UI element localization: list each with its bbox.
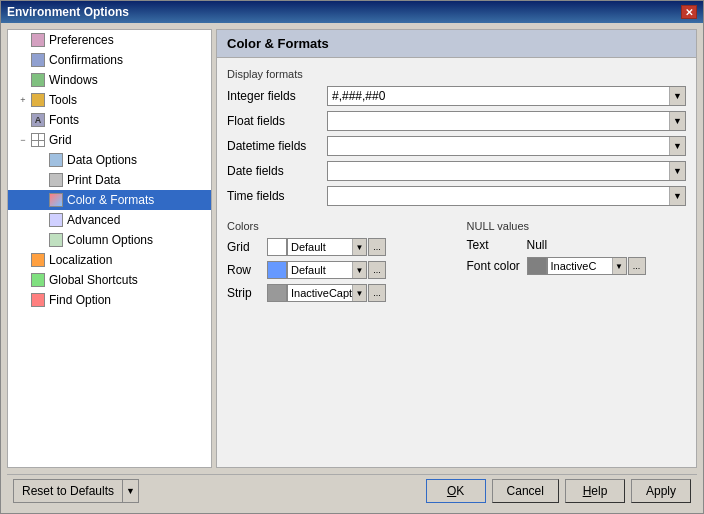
title-bar: Environment Options ✕ [1, 1, 703, 23]
integer-fields-select[interactable]: #,###,##0 ▼ [327, 86, 686, 106]
time-fields-select[interactable]: ▼ [327, 186, 686, 206]
sidebar-item-windows[interactable]: Windows [8, 70, 211, 90]
integer-fields-row: Integer fields #,###,##0 ▼ [227, 86, 686, 106]
close-button[interactable]: ✕ [681, 5, 697, 19]
null-font-value: InactiveC [548, 260, 612, 272]
strip-color-swatch [267, 284, 287, 302]
null-font-browse[interactable]: ... [628, 257, 646, 275]
data-options-icon [48, 152, 64, 168]
row-color-row: Row Default ▼ ... [227, 261, 447, 279]
float-fields-label: Float fields [227, 114, 327, 128]
reset-arrow[interactable]: ▼ [123, 479, 139, 503]
null-font-arrow[interactable]: ▼ [612, 258, 626, 274]
sidebar-item-grid[interactable]: − Grid [8, 130, 211, 150]
strip-color-browse[interactable]: ... [368, 284, 386, 302]
colors-label: Colors [227, 220, 447, 232]
date-fields-label: Date fields [227, 164, 327, 178]
sidebar-item-preferences[interactable]: Preferences [8, 30, 211, 50]
sidebar-item-color-formats[interactable]: Color & Formats [8, 190, 211, 210]
reset-button[interactable]: Reset to Defaults [13, 479, 123, 503]
environment-options-window: Environment Options ✕ Preferences [0, 0, 704, 514]
help-button[interactable]: Help [565, 479, 625, 503]
grid-color-swatch [267, 238, 287, 256]
row-color-value: Default [288, 264, 352, 276]
windows-icon [30, 72, 46, 88]
colors-section: Colors Grid Default ▼ ... [227, 220, 447, 307]
sidebar-item-tools[interactable]: + Tools [8, 90, 211, 110]
row-color-swatch [267, 261, 287, 279]
datetime-fields-container: ▼ [327, 136, 686, 156]
bottom-bar: Reset to Defaults ▼ OK Cancel Help Apply [7, 474, 697, 507]
main-area: Preferences Confirmations Windows [7, 29, 697, 468]
null-values-section: NULL values Text Null Font color [467, 220, 687, 307]
preferences-icon [30, 32, 46, 48]
null-font-select[interactable]: InactiveC ▼ [547, 257, 627, 275]
date-fields-arrow[interactable]: ▼ [669, 162, 685, 180]
integer-fields-label: Integer fields [227, 89, 327, 103]
time-fields-container: ▼ [327, 186, 686, 206]
apply-button[interactable]: Apply [631, 479, 691, 503]
sidebar-item-data-options[interactable]: Data Options [8, 150, 211, 170]
strip-color-select[interactable]: InactiveCaptionTe ▼ [287, 284, 367, 302]
datetime-fields-label: Datetime fields [227, 139, 327, 153]
row-color-browse[interactable]: ... [368, 261, 386, 279]
sidebar-item-fonts[interactable]: A Fonts [8, 110, 211, 130]
column-options-icon [48, 232, 64, 248]
panel-body: Display formats Integer fields #,###,##0… [217, 58, 696, 467]
null-text-row: Text Null [467, 238, 687, 252]
datetime-fields-arrow[interactable]: ▼ [669, 137, 685, 155]
grid-color-label: Grid [227, 240, 267, 254]
print-data-icon [48, 172, 64, 188]
date-fields-container: ▼ [327, 161, 686, 181]
date-fields-select[interactable]: ▼ [327, 161, 686, 181]
localization-icon [30, 252, 46, 268]
confirmations-icon [30, 52, 46, 68]
tools-icon [30, 92, 46, 108]
time-fields-label: Time fields [227, 189, 327, 203]
ok-button[interactable]: OK [426, 479, 486, 503]
fonts-icon: A [30, 112, 46, 128]
float-fields-row: Float fields ▼ [227, 111, 686, 131]
datetime-fields-select[interactable]: ▼ [327, 136, 686, 156]
action-buttons: OK Cancel Help Apply [426, 479, 691, 503]
cancel-button[interactable]: Cancel [492, 479, 559, 503]
sidebar-item-column-options[interactable]: Column Options [8, 230, 211, 250]
time-fields-row: Time fields ▼ [227, 186, 686, 206]
sidebar-item-print-data[interactable]: Print Data [8, 170, 211, 190]
null-text-value: Null [527, 238, 548, 252]
find-option-icon [30, 292, 46, 308]
grid-color-arrow[interactable]: ▼ [352, 239, 366, 255]
date-fields-row: Date fields ▼ [227, 161, 686, 181]
grid-icon [30, 132, 46, 148]
sidebar-item-advanced[interactable]: Advanced [8, 210, 211, 230]
panel-title: Color & Formats [217, 30, 696, 58]
strip-color-label: Strip [227, 286, 267, 300]
integer-fields-arrow[interactable]: ▼ [669, 87, 685, 105]
expander-preferences [16, 35, 30, 45]
float-fields-arrow[interactable]: ▼ [669, 112, 685, 130]
sidebar-item-global-shortcuts[interactable]: Global Shortcuts [8, 270, 211, 290]
display-formats-label: Display formats [227, 68, 686, 80]
float-fields-container: ▼ [327, 111, 686, 131]
sidebar-label-preferences: Preferences [49, 33, 114, 47]
row-color-arrow[interactable]: ▼ [352, 262, 366, 278]
advanced-icon [48, 212, 64, 228]
float-fields-select[interactable]: ▼ [327, 111, 686, 131]
sidebar-item-localization[interactable]: Localization [8, 250, 211, 270]
null-font-swatch [527, 257, 547, 275]
global-shortcuts-icon [30, 272, 46, 288]
strip-color-arrow[interactable]: ▼ [352, 285, 366, 301]
sidebar: Preferences Confirmations Windows [7, 29, 212, 468]
row-color-select[interactable]: Default ▼ [287, 261, 367, 279]
sidebar-item-confirmations[interactable]: Confirmations [8, 50, 211, 70]
grid-color-browse[interactable]: ... [368, 238, 386, 256]
strip-color-row: Strip InactiveCaptionTe ▼ ... [227, 284, 447, 302]
time-fields-arrow[interactable]: ▼ [669, 187, 685, 205]
null-font-label: Font color [467, 259, 527, 273]
integer-fields-container: #,###,##0 ▼ [327, 86, 686, 106]
sidebar-item-find-option[interactable]: Find Option [8, 290, 211, 310]
datetime-fields-row: Datetime fields ▼ [227, 136, 686, 156]
row-color-label: Row [227, 263, 267, 277]
grid-color-select[interactable]: Default ▼ [287, 238, 367, 256]
null-text-label: Text [467, 238, 527, 252]
